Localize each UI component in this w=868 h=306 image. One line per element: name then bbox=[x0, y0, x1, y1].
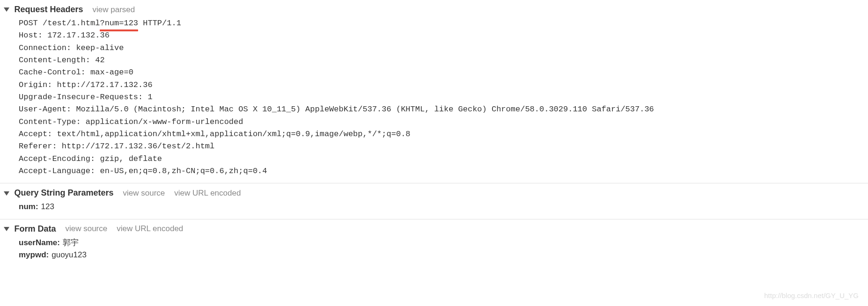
request-headers-title: Request Headers bbox=[14, 5, 83, 14]
query-string-title: Query String Parameters bbox=[14, 188, 113, 197]
param-row: num: 123 bbox=[19, 201, 868, 213]
view-parsed-link[interactable]: view parsed bbox=[93, 5, 135, 15]
view-url-encoded-link[interactable]: view URL encoded bbox=[174, 189, 241, 198]
header-line: Cache-Control: max-age=0 bbox=[19, 66, 868, 79]
request-headers-section: Request Headers view parsed POST /test/1… bbox=[0, 0, 868, 183]
header-line: Upgrade-Insecure-Requests: 1 bbox=[19, 91, 868, 103]
triangle-down-icon bbox=[4, 191, 9, 196]
header-line: Connection: keep-alive bbox=[19, 42, 868, 54]
request-line: POST /test/1.html?num=123 HTTP/1.1 bbox=[19, 17, 868, 29]
header-line: User-Agent: Mozilla/5.0 (Macintosh; Inte… bbox=[19, 103, 868, 116]
form-data-header: Form Data view source view URL encoded bbox=[0, 223, 868, 237]
header-line: Origin: http://172.17.132.36 bbox=[19, 79, 868, 91]
expand-toggle[interactable]: Query String Parameters bbox=[4, 188, 114, 198]
param-value: 郭宇 bbox=[63, 237, 79, 249]
expand-toggle[interactable]: Request Headers bbox=[4, 5, 83, 15]
param-row: userName: 郭宇 bbox=[19, 237, 868, 249]
param-key: mypwd: bbox=[19, 249, 49, 261]
form-data-title: Form Data bbox=[14, 224, 56, 233]
request-headers-content: POST /test/1.html?num=123 HTTP/1.1 Host:… bbox=[0, 17, 868, 177]
view-source-link[interactable]: view source bbox=[65, 224, 107, 233]
header-line: Accept-Encoding: gzip, deflate bbox=[19, 153, 868, 165]
form-data-section: Form Data view source view URL encoded u… bbox=[0, 219, 868, 267]
param-row: mypwd: guoyu123 bbox=[19, 249, 868, 261]
view-url-encoded-link[interactable]: view URL encoded bbox=[117, 224, 183, 233]
param-key: userName: bbox=[19, 237, 60, 249]
param-value: guoyu123 bbox=[51, 249, 87, 261]
param-value: 123 bbox=[41, 201, 54, 213]
header-line: Content-Type: application/x-www-form-url… bbox=[19, 116, 868, 128]
request-line-post: HTTP/1.1 bbox=[138, 19, 181, 28]
query-string-section: Query String Parameters view source view… bbox=[0, 183, 868, 219]
query-string-content: num: 123 bbox=[0, 201, 868, 213]
triangle-down-icon bbox=[4, 7, 9, 12]
header-line: Accept-Language: en-US,en;q=0.8,zh-CN;q=… bbox=[19, 165, 868, 177]
header-line: Accept: text/html,application/xhtml+xml,… bbox=[19, 128, 868, 140]
param-key: num: bbox=[19, 201, 38, 213]
expand-toggle[interactable]: Form Data bbox=[4, 224, 56, 234]
triangle-down-icon bbox=[4, 227, 9, 231]
request-line-pre: POST /test/1.html bbox=[19, 19, 100, 28]
view-source-link[interactable]: view source bbox=[123, 189, 165, 198]
header-line: Host: 172.17.132.36 bbox=[19, 29, 868, 42]
form-data-content: userName: 郭宇 mypwd: guoyu123 bbox=[0, 237, 868, 262]
header-line: Referer: http://172.17.132.36/test/2.htm… bbox=[19, 140, 868, 153]
header-line: Content-Length: 42 bbox=[19, 54, 868, 66]
query-string-header: Query String Parameters view source view… bbox=[0, 187, 868, 201]
request-line-query-underlined: ?num=123 bbox=[100, 17, 138, 29]
request-headers-header: Request Headers view parsed bbox=[0, 4, 868, 17]
